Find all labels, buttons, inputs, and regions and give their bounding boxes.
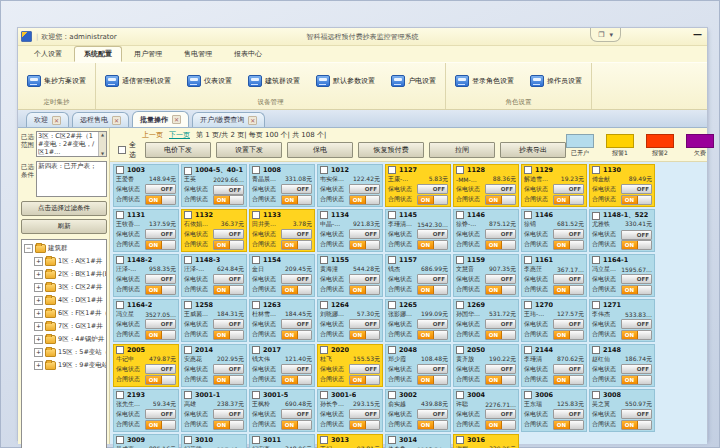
- meter-card[interactable]: 1154金日209.45元保电状态OFF合闸状态ON: [249, 254, 315, 297]
- switch-toggle[interactable]: ON: [553, 420, 584, 430]
- prev-page-link[interactable]: 上一页: [142, 130, 163, 140]
- protect-toggle[interactable]: OFF: [213, 185, 244, 195]
- switch-toggle[interactable]: ON: [349, 375, 380, 385]
- expand-icon[interactable]: +: [34, 270, 43, 279]
- card-checkbox[interactable]: [116, 346, 124, 354]
- card-checkbox[interactable]: [320, 211, 328, 219]
- card-checkbox[interactable]: [592, 212, 600, 220]
- switch-toggle[interactable]: ON: [145, 330, 176, 340]
- card-checkbox[interactable]: [388, 436, 396, 444]
- select-all-checkbox[interactable]: [118, 146, 126, 154]
- protect-toggle[interactable]: OFF: [213, 364, 244, 374]
- meter-card[interactable]: 1263杜林雪…184.45元保电状态OFF合闸状态ON: [249, 299, 315, 342]
- meter-card[interactable]: 3010纪莉雅…117.49…保电状态OFF合闸状态ON: [181, 434, 247, 448]
- protect-toggle[interactable]: OFF: [349, 364, 380, 374]
- protect-toggle[interactable]: OFF: [213, 319, 244, 329]
- switch-toggle[interactable]: ON: [349, 240, 380, 250]
- switch-toggle[interactable]: ON: [145, 195, 176, 205]
- switch-toggle[interactable]: ON: [485, 195, 516, 205]
- protect-toggle[interactable]: OFF: [553, 229, 584, 239]
- card-checkbox[interactable]: [252, 301, 260, 309]
- meter-card[interactable]: 1146徐铮-…875.12元保电状态OFF合闸状态ON: [453, 209, 519, 252]
- card-checkbox[interactable]: [456, 301, 464, 309]
- card-checkbox[interactable]: [388, 391, 396, 399]
- meter-card[interactable]: 1133田井美…3.78元保电状态OFF合闸状态ON: [249, 209, 315, 252]
- card-checkbox[interactable]: [184, 301, 192, 309]
- meter-card[interactable]: 1132石依娟…36.37元保电状态OFF合闸状态ON: [181, 209, 247, 252]
- meter-card[interactable]: 1270王玮-…127.57元保电状态OFF合闸状态ON: [521, 299, 587, 342]
- protect-toggle[interactable]: OFF: [213, 274, 244, 284]
- ribbon-button[interactable]: 仪表设置: [184, 72, 235, 90]
- switch-toggle[interactable]: ON: [485, 420, 516, 430]
- card-checkbox[interactable]: [592, 166, 600, 174]
- protect-toggle[interactable]: OFF: [485, 409, 516, 419]
- switch-toggle[interactable]: ON: [349, 420, 380, 430]
- card-checkbox[interactable]: [456, 436, 464, 444]
- protect-toggle[interactable]: OFF: [621, 184, 652, 194]
- meter-card[interactable]: 1127王康-…5.83元保电状态OFF合闸状态ON: [385, 164, 451, 207]
- tree-item-3[interactable]: +3区：C区2#井（1#变: [24, 281, 106, 294]
- card-checkbox[interactable]: [116, 166, 124, 174]
- expand-icon[interactable]: +: [34, 335, 43, 344]
- protect-toggle[interactable]: OFF: [349, 319, 380, 329]
- listbox-scrollbar[interactable]: ▲▼: [98, 132, 106, 156]
- tree-item-8[interactable]: +15区：5#变站（3#变电: [24, 346, 106, 359]
- card-checkbox[interactable]: [252, 436, 260, 444]
- action-button-6[interactable]: 抄表导出: [500, 142, 566, 158]
- meter-card[interactable]: 1004-5、40-1王英2029.66…保电状态OFF合闸状态ON: [181, 164, 247, 207]
- switch-toggle[interactable]: ON: [621, 420, 652, 430]
- card-checkbox[interactable]: [184, 211, 192, 219]
- card-checkbox[interactable]: [320, 256, 328, 264]
- meter-card[interactable]: 3009吴成惠885.16元保电状态OFF合闸状态ON: [113, 434, 179, 448]
- protect-toggle[interactable]: OFF: [145, 409, 176, 419]
- protect-toggle[interactable]: OFF: [145, 184, 176, 194]
- switch-toggle[interactable]: ON: [621, 330, 652, 340]
- switch-toggle[interactable]: ON: [621, 375, 652, 385]
- expand-icon[interactable]: +: [34, 283, 43, 292]
- card-checkbox[interactable]: [524, 166, 532, 174]
- ribbon-button[interactable]: 通信管理机设置: [102, 72, 174, 90]
- card-checkbox[interactable]: [320, 166, 328, 174]
- switch-toggle[interactable]: ON: [281, 240, 312, 250]
- card-checkbox[interactable]: [252, 346, 260, 354]
- expand-icon[interactable]: +: [34, 322, 43, 331]
- card-checkbox[interactable]: [388, 346, 396, 354]
- meter-card[interactable]: 1157钱杰686.99元保电状态OFF合闸状态ON: [385, 254, 451, 297]
- protect-toggle[interactable]: OFF: [485, 364, 516, 374]
- meter-card[interactable]: 3016谢辉339.25元保电状态OFF合闸状态ON: [453, 434, 519, 448]
- switch-toggle[interactable]: ON: [485, 285, 516, 295]
- protect-toggle[interactable]: OFF: [417, 319, 448, 329]
- switch-toggle[interactable]: ON: [281, 195, 312, 205]
- switch-toggle[interactable]: ON: [349, 195, 380, 205]
- tree-item-5[interactable]: +6区：F区1#井（F区1#: [24, 307, 106, 320]
- menu-item-4[interactable]: 售电管理: [174, 46, 222, 62]
- card-checkbox[interactable]: [456, 256, 464, 264]
- switch-toggle[interactable]: ON: [281, 330, 312, 340]
- meter-card[interactable]: 1128-MM-…88.36元保电状态OFF合闸状态ON: [453, 164, 519, 207]
- card-checkbox[interactable]: [524, 211, 532, 219]
- chevron-down-icon[interactable]: ▾: [609, 31, 613, 39]
- card-checkbox[interactable]: [252, 166, 260, 174]
- meter-card[interactable]: 3001-5王枫柃690.48元保电状态OFF合闸状态ON: [249, 389, 315, 432]
- tree-item-2[interactable]: +2区：B区1#井(B区1#井: [24, 268, 106, 281]
- ribbon-button[interactable]: 户电设置: [388, 72, 439, 90]
- meter-card[interactable]: 2048郑少霞108.48元保电状态OFF合闸状态ON: [385, 344, 451, 387]
- protect-toggle[interactable]: OFF: [553, 364, 584, 374]
- card-checkbox[interactable]: [592, 346, 600, 354]
- protect-toggle[interactable]: OFF: [145, 319, 176, 329]
- tab-4[interactable]: 开户/缴费查询✕: [192, 112, 265, 127]
- ribbon-button[interactable]: 默认参数设置: [313, 72, 378, 90]
- tree-item-9[interactable]: +19区：9#变电站（2#…: [24, 359, 106, 372]
- card-checkbox[interactable]: [116, 256, 124, 264]
- switch-toggle[interactable]: ON: [417, 285, 448, 295]
- meter-card[interactable]: 1155黄海潼544.28元保电状态OFF合闸状态ON: [317, 254, 383, 297]
- protect-toggle[interactable]: OFF: [553, 409, 584, 419]
- meter-card[interactable]: 1129解迪雪…19.23元保电状态OFF合闸状态ON: [521, 164, 587, 207]
- protect-toggle[interactable]: OFF: [553, 319, 584, 329]
- switch-toggle[interactable]: ON: [213, 375, 244, 385]
- protect-toggle[interactable]: OFF: [281, 409, 312, 419]
- protect-toggle[interactable]: OFF: [349, 184, 380, 194]
- tab-close-icon[interactable]: ✕: [52, 116, 61, 125]
- switch-toggle[interactable]: ON: [349, 330, 380, 340]
- protect-toggle[interactable]: OFF: [281, 364, 312, 374]
